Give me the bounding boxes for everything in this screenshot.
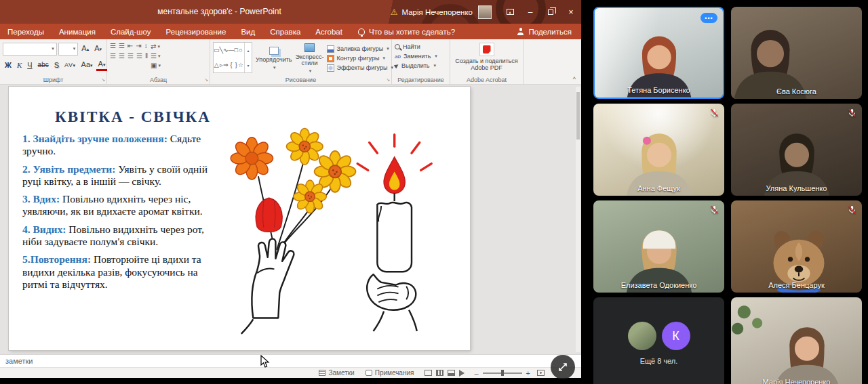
participant-menu-button[interactable]: •••	[701, 13, 717, 23]
indent-increase-icon[interactable]: ⇥	[136, 42, 141, 49]
replace-button[interactable]: abЗаменить▾	[395, 53, 447, 60]
grow-font-button[interactable]: А▴	[79, 42, 91, 56]
slideshow-button[interactable]	[459, 370, 465, 377]
align-center-icon[interactable]: ☰	[119, 52, 125, 60]
underline-button[interactable]: Ч	[25, 59, 34, 71]
more-participants-tile[interactable]: К Ещё 8 чел.	[593, 297, 724, 384]
participant-tile[interactable]: Елизавета Одокиенко	[593, 200, 724, 293]
tab-slideshow[interactable]: Слайд-шоу	[103, 24, 159, 39]
scroll-up-icon[interactable]: ▴	[247, 48, 249, 53]
account-avatar[interactable]	[478, 5, 492, 19]
tab-help[interactable]: Справка	[262, 24, 308, 39]
zoom-in-button[interactable]: +	[526, 369, 530, 377]
shape-outline-button[interactable]: Контур фигуры▾	[327, 55, 393, 62]
strikethrough-button[interactable]: abc	[36, 59, 51, 71]
scroll-down-icon[interactable]: ▾	[247, 63, 249, 68]
zoom-out-button[interactable]: –	[474, 369, 478, 377]
shape-square-icon[interactable]: □	[234, 47, 237, 54]
font-size-combo[interactable]: ▾	[58, 43, 79, 56]
shape-pointer-icon[interactable]: ▹	[220, 62, 223, 68]
shape-triangle-icon[interactable]: △	[214, 62, 219, 68]
align-left-icon[interactable]: ☰	[110, 52, 116, 60]
participant-tile[interactable]: Уляна Кульшенко	[731, 104, 862, 196]
overflow-avatar-photo	[628, 322, 656, 350]
tab-animations[interactable]: Анимация	[52, 24, 103, 39]
tab-acrobat[interactable]: Acrobat	[308, 24, 350, 39]
indent-decrease-icon[interactable]: ⇤	[127, 42, 133, 49]
numbering-icon[interactable]: ☰	[119, 42, 125, 49]
collapse-ribbon-icon[interactable]: ^	[573, 76, 576, 83]
tell-me-box[interactable]: Что вы хотите сделать?	[350, 24, 463, 39]
arrange-button[interactable]: Упорядочить ▾	[256, 42, 292, 74]
expand-fullscreen-button[interactable]	[551, 355, 575, 379]
italic-button[interactable]: К	[15, 59, 24, 71]
justify-icon[interactable]: ☰	[136, 52, 142, 60]
smartart-button[interactable]: ▣▾	[151, 62, 161, 69]
scrollbar-thumb[interactable]	[576, 92, 580, 140]
arrange-label: Упорядочить	[256, 57, 292, 63]
shape-fill-button[interactable]: Заливка фигуры▾	[327, 45, 393, 53]
reading-view-button[interactable]	[448, 370, 455, 376]
restore-button[interactable]	[540, 0, 561, 24]
notes-toggle-button[interactable]: Заметки	[313, 369, 359, 377]
slide-canvas-area[interactable]: КВІТКА - СВІЧКА 1. Знайдіть зручне полож…	[0, 85, 581, 354]
ribbon-display-options-button[interactable]: ▴	[500, 0, 520, 24]
shape-rect-icon[interactable]: ▭	[214, 47, 220, 54]
participant-tile[interactable]: Марія Нечепоренко	[731, 297, 862, 384]
tab-review[interactable]: Рецензирование	[159, 24, 234, 39]
font-name-combo[interactable]: ▾	[3, 43, 57, 56]
shrink-font-button[interactable]: А▾	[92, 42, 104, 56]
fit-slide-to-window-button[interactable]	[537, 370, 545, 376]
close-button[interactable]: ×	[561, 0, 581, 24]
share-button[interactable]: Поделиться	[507, 24, 581, 39]
slide-scrollbar[interactable]	[576, 87, 580, 352]
shape-star-icon[interactable]: ☆	[238, 62, 243, 68]
restore-icon	[548, 9, 553, 15]
shape-arrow-icon[interactable]: ⇒	[223, 62, 229, 68]
align-right-icon[interactable]: ☰	[127, 52, 134, 60]
create-pdf-button[interactable]: Создать и поделиться Adobe PDF	[454, 43, 519, 72]
align-text-icon: ☰	[151, 52, 157, 60]
shape-dash-icon[interactable]: —	[228, 47, 234, 54]
font-color-button[interactable]: А▾	[96, 60, 108, 71]
zoom-slider[interactable]	[483, 372, 522, 374]
shapes-gallery-scroll[interactable]: ▴ ▾	[244, 43, 252, 72]
mic-muted-icon	[709, 205, 719, 215]
tab-transitions[interactable]: Переходы	[0, 24, 52, 39]
select-button[interactable]: Выделить▾	[395, 62, 447, 69]
minimize-button[interactable]: –	[520, 0, 540, 24]
line-spacing-icon[interactable]: ↕	[144, 42, 148, 49]
slide-sorter-view-button[interactable]	[436, 370, 443, 376]
shapes-gallery[interactable]: ▭ ╲ ∿ — □ ○ △ ▹ ⇒ { } ☆ ▴ ▾	[213, 42, 252, 73]
shape-brace-left-icon[interactable]: {	[230, 62, 232, 68]
normal-view-button[interactable]	[425, 370, 432, 376]
slide[interactable]: КВІТКА - СВІЧКА 1. Знайдіть зручне полож…	[9, 87, 470, 350]
text-shadow-button[interactable]: S	[52, 59, 61, 71]
bold-button[interactable]: Ж	[3, 59, 14, 71]
tab-view[interactable]: Вид	[233, 24, 262, 39]
character-spacing-button[interactable]: AV▾	[62, 59, 77, 72]
shape-curve-icon[interactable]: ∿	[223, 47, 229, 54]
shape-circle-icon[interactable]: ○	[239, 47, 242, 54]
participant-tile[interactable]: Єва Косюга	[731, 7, 862, 99]
columns-icon[interactable]: ‖	[145, 52, 148, 60]
change-case-button[interactable]: Аа▾	[79, 58, 94, 72]
quick-styles-button[interactable]: Экспресс-стили ▾	[296, 42, 324, 74]
warning-icon[interactable]: ⚠	[391, 7, 398, 17]
find-button[interactable]: Найти	[395, 43, 447, 50]
dialog-launcher-icon[interactable]: ↘	[101, 77, 105, 83]
bullets-icon[interactable]: ☰	[110, 42, 116, 49]
align-text-button[interactable]: ☰▾	[151, 52, 161, 60]
participant-tile[interactable]: Анна Фещук	[593, 104, 724, 196]
account-name[interactable]: Марія Нечепоренко	[401, 8, 473, 16]
comments-toggle-button[interactable]: Примечания	[360, 369, 420, 377]
text-direction-button[interactable]: ⇄▾	[151, 43, 161, 50]
zoom-slider-thumb[interactable]	[501, 370, 504, 376]
participant-tile[interactable]: Алеся Бенцарук	[731, 200, 862, 293]
shape-brace-right-icon[interactable]: }	[235, 62, 237, 68]
shape-effects-button[interactable]: Эффекты фигуры▾	[327, 64, 393, 72]
dialog-launcher-icon[interactable]: ↘	[204, 77, 208, 83]
participant-tile[interactable]: ••• Тетяна Борисенко	[593, 7, 724, 99]
notes-pane[interactable]: заметки	[0, 354, 581, 367]
dialog-launcher-icon[interactable]: ↘	[386, 77, 390, 83]
